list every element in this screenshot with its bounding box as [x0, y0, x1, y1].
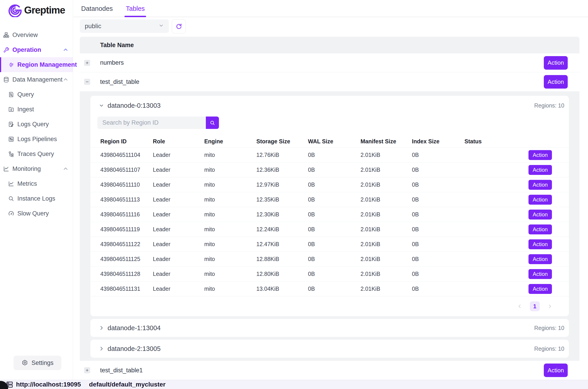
datanode-header[interactable]: datanode-2:13005 Regions: 10 [90, 340, 569, 358]
region-cell-role: Leader [153, 181, 204, 188]
schema-select[interactable]: public [80, 19, 169, 33]
region-column-header: Manifest Size [360, 138, 412, 145]
table-action-button[interactable]: Action [544, 363, 568, 377]
minus-icon [85, 80, 89, 84]
region-action-button[interactable]: Action [528, 254, 552, 264]
region-cell-index-size: 0B [412, 152, 464, 158]
chevron-right-icon [99, 346, 104, 351]
region-cell-role: Leader [153, 166, 204, 173]
wrench-icon [3, 47, 9, 53]
chevron-down-icon [99, 103, 104, 108]
page-number[interactable]: 1 [530, 301, 540, 311]
region-cell-manifest-size: 2.01KiB [360, 226, 412, 233]
sidebar-item-operation[interactable]: Operation [0, 42, 73, 57]
region-cell-storage-size: 13.04KiB [256, 286, 308, 292]
region-action-button[interactable]: Action [528, 239, 552, 249]
sidebar-item-label: Monitoring [12, 165, 41, 172]
datanode-card-1: datanode-1:13004 Regions: 10 [90, 319, 569, 337]
document-search-icon [8, 92, 14, 97]
chevron-right-icon[interactable] [547, 304, 552, 309]
region-cell-region-id: 4398046511122 [100, 241, 153, 247]
region-row: 4398046511122Leadermito12.47KiB0B2.01KiB… [90, 237, 569, 252]
sliders-icon [8, 136, 14, 142]
sidebar-item-label: Traces Query [17, 151, 54, 158]
sidebar-item-logs-query[interactable]: Logs Query [0, 117, 73, 132]
region-cell-region-id: 4398046511125 [100, 256, 153, 262]
region-action-button[interactable]: Action [528, 150, 552, 160]
collapse-button[interactable] [84, 79, 90, 85]
region-action-button[interactable]: Action [528, 195, 552, 205]
region-action-button[interactable]: Action [528, 225, 552, 234]
region-column-header: Engine [204, 138, 256, 145]
region-search-button[interactable] [206, 117, 219, 129]
sidebar-item-traces-query[interactable]: Traces Query [0, 146, 73, 161]
chevron-left-icon[interactable] [517, 304, 522, 309]
chevron-up-icon [63, 166, 68, 171]
region-column-header: Status [464, 138, 528, 145]
datanode-card-2: datanode-2:13005 Regions: 10 [90, 340, 569, 358]
datanode-title: datanode-1:13004 [107, 324, 161, 332]
expand-button[interactable] [84, 60, 90, 66]
speedometer-icon [8, 211, 14, 217]
sidebar-item-logs-pipelines[interactable]: Logs Pipelines [0, 132, 73, 146]
region-cell-storage-size: 12.97KiB [256, 181, 308, 188]
tab-datanodes[interactable]: Datanodes [80, 0, 114, 17]
region-cell-role: Leader [153, 241, 204, 247]
sidebar-item-data-management[interactable]: Data Management [0, 72, 73, 87]
region-cell-index-size: 0B [412, 226, 464, 233]
region-cell-index-size: 0B [412, 181, 464, 188]
region-cell-engine: mito [204, 211, 256, 218]
sidebar-item-metrics[interactable]: Metrics [0, 176, 73, 191]
region-cell-region-id: 4398046511104 [100, 152, 153, 158]
toolbar: public [80, 19, 579, 33]
region-cell-wal-size: 0B [308, 196, 360, 203]
region-action-button[interactable]: Action [528, 269, 552, 279]
region-cell-storage-size: 12.76KiB [256, 152, 308, 158]
region-cell-role: Leader [153, 226, 204, 233]
app-window: Greptime Overview Operation [0, 0, 588, 389]
sidebar-item-query[interactable]: Query [0, 87, 73, 102]
refresh-button[interactable] [172, 19, 186, 33]
sitemap-icon [3, 32, 9, 38]
search-icon [209, 120, 215, 126]
sidebar-item-label: Instance Logs [17, 195, 55, 202]
region-cell-region-id: 4398046511110 [100, 181, 153, 188]
region-cell-role: Leader [153, 152, 204, 158]
region-action-button[interactable]: Action [528, 284, 552, 294]
region-column-header: Region ID [100, 138, 153, 145]
region-list-icon [8, 62, 14, 68]
brand-name: Greptime [24, 4, 65, 16]
sidebar-item-slow-query[interactable]: Slow Query [0, 206, 73, 221]
table-action-button[interactable]: Action [544, 56, 568, 70]
sidebar-item-ingest[interactable]: Ingest [0, 102, 73, 117]
region-column-header: Storage Size [256, 138, 308, 145]
sidebar-item-instance-logs[interactable]: Instance Logs [0, 191, 73, 206]
region-row: 4398046511110Leadermito12.97KiB0B2.01KiB… [90, 177, 569, 192]
region-action-button[interactable]: Action [528, 180, 552, 190]
table-action-button[interactable]: Action [544, 75, 568, 89]
datanode-regions-count: Regions: 10 [534, 346, 564, 352]
expand-button[interactable] [84, 367, 90, 373]
main-area: Datanodes Tables public Table Name [73, 0, 588, 380]
region-search-input[interactable] [98, 117, 206, 129]
region-cell-index-size: 0B [412, 256, 464, 262]
datanode-header[interactable]: datanode-1:13004 Regions: 10 [90, 319, 569, 337]
brand-logo[interactable]: Greptime [0, 0, 73, 17]
sidebar-item-label: Logs Query [17, 121, 49, 128]
sidebar-item-overview[interactable]: Overview [0, 28, 73, 42]
region-cell-role: Leader [153, 286, 204, 292]
region-cell-storage-size: 12.88KiB [256, 256, 308, 262]
sidebar-item-region-management[interactable]: Region Management [0, 57, 73, 72]
region-cell-wal-size: 0B [308, 166, 360, 173]
region-cell-wal-size: 0B [308, 241, 360, 247]
region-action-button[interactable]: Action [528, 165, 552, 175]
settings-button[interactable]: Settings [14, 356, 61, 370]
ingest-icon [8, 106, 14, 112]
datanode-header[interactable]: datanode-0:13003 Regions: 10 [90, 96, 569, 115]
sidebar: Greptime Overview Operation [0, 0, 73, 380]
table-name: test_dist_table [100, 78, 139, 85]
tab-tables[interactable]: Tables [125, 0, 146, 17]
region-action-button[interactable]: Action [528, 210, 552, 220]
sidebar-item-monitoring[interactable]: Monitoring [0, 161, 73, 176]
region-cell-region-id: 4398046511116 [100, 211, 153, 218]
